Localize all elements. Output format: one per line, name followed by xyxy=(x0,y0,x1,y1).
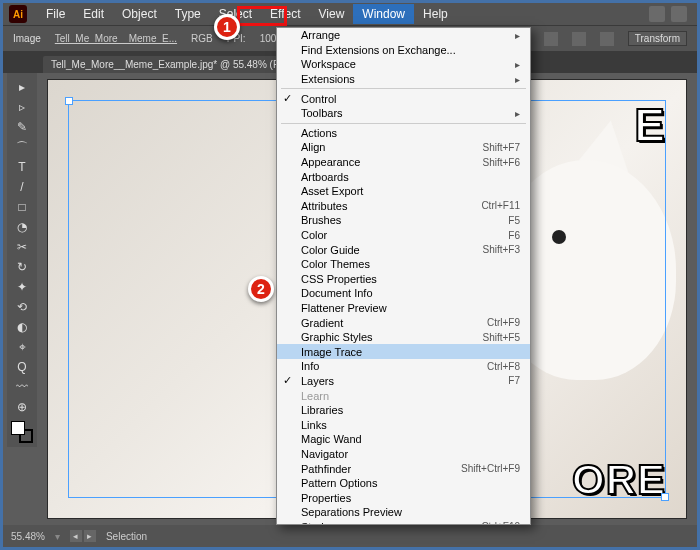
tool-button[interactable]: ⌖ xyxy=(10,338,34,356)
menu-item-css-properties[interactable]: CSS Properties xyxy=(277,272,530,287)
menu-item-label: Navigator xyxy=(301,448,348,460)
menu-item-asset-export[interactable]: Asset Export xyxy=(277,184,530,199)
menu-item-info[interactable]: InfoCtrl+F8 xyxy=(277,359,530,374)
layout-icon[interactable] xyxy=(649,6,665,22)
menu-item-document-info[interactable]: Document Info xyxy=(277,286,530,301)
tool-button[interactable]: ↻ xyxy=(10,258,34,276)
menu-item-label: Brushes xyxy=(301,214,341,226)
menu-item-pattern-options[interactable]: Pattern Options xyxy=(277,476,530,491)
tool-button[interactable]: ⟲ xyxy=(10,298,34,316)
submenu-arrow-icon: ▸ xyxy=(515,59,520,70)
menu-item-separations-preview[interactable]: Separations Preview xyxy=(277,505,530,520)
tool-button[interactable]: ▸ xyxy=(10,78,34,96)
align-icon[interactable] xyxy=(572,32,586,46)
tool-button[interactable]: / xyxy=(10,178,34,196)
menu-item-label: Learn xyxy=(301,390,329,402)
menu-item-color[interactable]: ColorF6 xyxy=(277,228,530,243)
menu-item-color-guide[interactable]: Color GuideShift+F3 xyxy=(277,242,530,257)
menu-item-label: Magic Wand xyxy=(301,433,362,445)
menu-item-label: CSS Properties xyxy=(301,273,377,285)
callout-badge-1: 1 xyxy=(214,14,240,40)
tool-button[interactable]: ◔ xyxy=(10,218,34,236)
menu-item-label: Pathfinder xyxy=(301,463,351,475)
menu-view[interactable]: View xyxy=(310,4,354,24)
menu-item-color-themes[interactable]: Color Themes xyxy=(277,257,530,272)
transform-button[interactable]: Transform xyxy=(628,31,687,46)
status-bar: 55.48% ▾ ◂ ▸ Selection xyxy=(3,525,697,547)
artboard-prev-icon[interactable]: ◂ xyxy=(70,530,82,542)
menu-item-actions[interactable]: Actions xyxy=(277,126,530,141)
tool-button[interactable]: ▹ xyxy=(10,98,34,116)
menu-edit[interactable]: Edit xyxy=(74,4,113,24)
menu-item-brushes[interactable]: BrushesF5 xyxy=(277,213,530,228)
menu-shortcut: Shift+Ctrl+F9 xyxy=(461,463,520,474)
menu-item-gradient[interactable]: GradientCtrl+F9 xyxy=(277,315,530,330)
menu-item-label: Image Trace xyxy=(301,346,362,358)
menu-item-control[interactable]: Control xyxy=(277,91,530,106)
tool-button[interactable]: ✎ xyxy=(10,118,34,136)
menu-item-image-trace[interactable]: Image Trace xyxy=(277,344,530,359)
linked-filename[interactable]: Tell_Me_More__Meme_E... xyxy=(55,33,177,44)
menu-item-label: Arrange xyxy=(301,29,340,41)
menu-item-attributes[interactable]: AttributesCtrl+F11 xyxy=(277,199,530,214)
tool-button[interactable]: □ xyxy=(10,198,34,216)
menu-item-libraries[interactable]: Libraries xyxy=(277,403,530,418)
tool-button[interactable]: ⊕ xyxy=(10,398,34,416)
callout-badge-2: 2 xyxy=(248,276,274,302)
tool-button[interactable]: ◐ xyxy=(10,318,34,336)
fill-stroke-swatch[interactable] xyxy=(11,421,33,443)
menu-window[interactable]: Window xyxy=(353,4,414,24)
menu-object[interactable]: Object xyxy=(113,4,166,24)
menu-help[interactable]: Help xyxy=(414,4,457,24)
menu-effect[interactable]: Effect xyxy=(261,4,309,24)
menu-item-stroke[interactable]: StrokeCtrl+F10 xyxy=(277,520,530,525)
menu-item-graphic-styles[interactable]: Graphic StylesShift+F5 xyxy=(277,330,530,345)
align-icon[interactable] xyxy=(600,32,614,46)
menu-item-label: Align xyxy=(301,141,325,153)
menu-item-label: Document Info xyxy=(301,287,373,299)
menu-item-label: Layers xyxy=(301,375,334,387)
menu-item-navigator[interactable]: Navigator xyxy=(277,447,530,462)
align-icon[interactable] xyxy=(544,32,558,46)
menu-item-label: Info xyxy=(301,360,319,372)
zoom-level[interactable]: 55.48% xyxy=(11,531,45,542)
artboard-next-icon[interactable]: ▸ xyxy=(84,530,96,542)
layout-icon[interactable] xyxy=(671,6,687,22)
menu-item-label: Control xyxy=(301,93,336,105)
tool-button[interactable]: ⌒ xyxy=(10,138,34,156)
tool-mode-label: Selection xyxy=(106,531,147,542)
menu-item-layers[interactable]: LayersF7 xyxy=(277,374,530,389)
selection-type-label: Image xyxy=(13,33,41,44)
menu-shortcut: F7 xyxy=(508,375,520,386)
tool-button[interactable]: ✦ xyxy=(10,278,34,296)
menu-item-learn: Learn xyxy=(277,388,530,403)
tool-button[interactable]: 〰 xyxy=(10,378,34,396)
menu-item-pathfinder[interactable]: PathfinderShift+Ctrl+F9 xyxy=(277,461,530,476)
tool-button[interactable]: T xyxy=(10,158,34,176)
tool-button[interactable]: ✂ xyxy=(10,238,34,256)
menu-item-links[interactable]: Links xyxy=(277,417,530,432)
menu-item-label: Libraries xyxy=(301,404,343,416)
menu-item-label: Graphic Styles xyxy=(301,331,373,343)
app-icon: Ai xyxy=(9,5,27,23)
menu-item-label: Separations Preview xyxy=(301,506,402,518)
menu-item-find-extensions-on-exchange[interactable]: Find Extensions on Exchange... xyxy=(277,43,530,58)
menu-item-flattener-preview[interactable]: Flattener Preview xyxy=(277,301,530,316)
menu-item-label: Workspace xyxy=(301,58,356,70)
menu-item-artboards[interactable]: Artboards xyxy=(277,169,530,184)
ppi-value: 100 xyxy=(260,33,277,44)
menu-file[interactable]: File xyxy=(37,4,74,24)
menu-item-properties[interactable]: Properties xyxy=(277,490,530,505)
menu-item-extensions[interactable]: Extensions▸ xyxy=(277,72,530,87)
tool-button[interactable]: Q xyxy=(10,358,34,376)
menu-type[interactable]: Type xyxy=(166,4,210,24)
menu-item-toolbars[interactable]: Toolbars▸ xyxy=(277,106,530,121)
menu-item-label: Find Extensions on Exchange... xyxy=(301,44,456,56)
menu-separator xyxy=(281,88,526,89)
menu-item-arrange[interactable]: Arrange▸ xyxy=(277,28,530,43)
menu-item-magic-wand[interactable]: Magic Wand xyxy=(277,432,530,447)
menu-item-align[interactable]: AlignShift+F7 xyxy=(277,140,530,155)
menu-item-label: Stroke xyxy=(301,521,333,525)
menu-item-appearance[interactable]: AppearanceShift+F6 xyxy=(277,155,530,170)
menu-item-workspace[interactable]: Workspace▸ xyxy=(277,57,530,72)
